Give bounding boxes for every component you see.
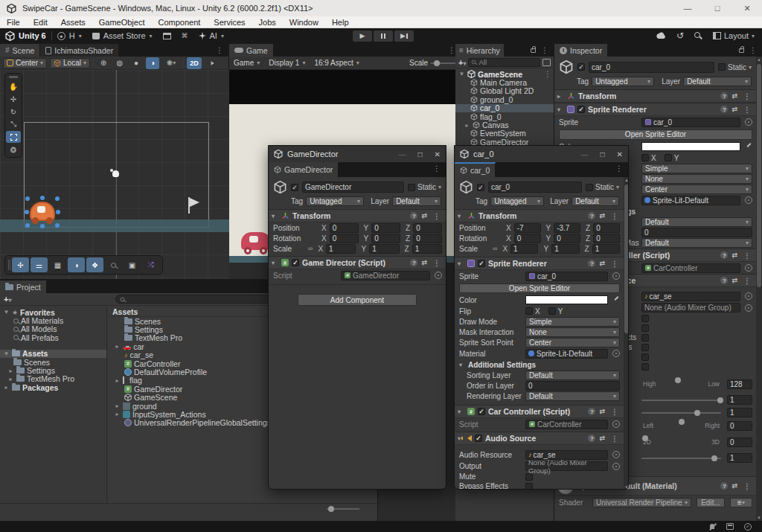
scene-audio-mute-toggle[interactable]: 🕨 (205, 57, 218, 69)
draw-mode-dropdown[interactable]: Simple▾ (641, 164, 752, 173)
object-picker-icon[interactable] (745, 292, 752, 300)
tree-settings[interactable]: ▸Settings (0, 366, 106, 374)
mask-interaction-dropdown[interactable]: None▾ (525, 327, 620, 337)
bypass-reverb-zones-checkbox[interactable] (641, 344, 649, 351)
sorting-layer-dropdown[interactable]: Default▾ (525, 371, 620, 380)
car-sprite-selected[interactable] (27, 198, 58, 226)
component-kebab[interactable]: ⋮ (741, 277, 753, 285)
preset-icon[interactable]: ⇄ (421, 212, 427, 219)
display-dropdown[interactable]: Display 1▾ (264, 59, 310, 67)
hierarchy-item-main-camera[interactable]: Main Camera (455, 78, 554, 86)
audio-source-header[interactable]: ▾✓Audio Source ?⇄⋮ (455, 432, 624, 445)
tab-inspector[interactable]: iInspector (554, 44, 608, 57)
overlay-move-icon[interactable]: ✢ (12, 257, 29, 272)
component-kebab[interactable]: ⋮ (741, 251, 753, 260)
scene-effects-dropdown[interactable]: ❋▾ (162, 57, 180, 69)
mute-checkbox[interactable] (525, 473, 533, 481)
sprite-renderer-header[interactable]: ▾✓Sprite Renderer ?⇄⋮ (455, 257, 624, 270)
transform-tool[interactable]: ❂ (6, 144, 21, 156)
hierarchy-search-input[interactable]: All (468, 58, 540, 67)
close-button[interactable]: ✕ (732, 0, 762, 16)
rotation-x-field[interactable]: 0 (514, 234, 541, 243)
object-picker-icon[interactable] (745, 304, 752, 312)
layout-dropdown[interactable]: Layout▾ (713, 31, 755, 40)
open-sprite-editor-button[interactable]: Open Sprite Editor (459, 283, 620, 293)
maximize-button[interactable]: □ (418, 150, 423, 158)
material-field[interactable]: Sprite-Lit-Default (525, 349, 608, 359)
active-checkbox[interactable]: ✓ (577, 63, 585, 71)
gamedirector-window-titlebar[interactable]: GameDirector —□✕ (269, 146, 446, 162)
overlay-layers-icon[interactable]: ❖ (86, 257, 103, 272)
rotation-y-field[interactable]: 0 (371, 234, 400, 243)
object-picker-icon[interactable] (612, 463, 620, 470)
menu-window[interactable]: Window (283, 18, 325, 27)
scene-viewport[interactable]: ✋ ✢ ↻ ⤡ ❂ ✢ ⚌ ▦ ◑ ❖ ▣ ⤮ (0, 70, 229, 279)
tab-game[interactable]: Game (229, 44, 274, 57)
help-icon[interactable]: ? (410, 212, 417, 219)
active-checkbox[interactable]: ✓ (477, 184, 484, 191)
asset-store-dropdown[interactable]: Asset Store▾ (87, 31, 158, 40)
material-field[interactable]: Sprite-Lit-Default (641, 196, 740, 205)
handle-b[interactable] (40, 224, 45, 228)
rotation-y-field[interactable]: 0 (554, 234, 580, 243)
component-kebab[interactable]: ⋮ (431, 259, 443, 267)
bypass-listener-effects-checkbox[interactable] (641, 334, 649, 342)
hierarchy-item-car-0-selected[interactable]: car_0 (455, 104, 554, 112)
minimize-button[interactable]: — (673, 0, 702, 16)
component-kebab[interactable]: ⋮ (741, 92, 753, 100)
mute-checkbox[interactable] (641, 315, 649, 322)
tag-dropdown[interactable]: Untagged▾ (306, 196, 364, 206)
bypass-effects-checkbox[interactable] (525, 483, 533, 490)
handle-br[interactable] (55, 223, 60, 228)
static-toggle[interactable]: Static▾ (408, 183, 441, 191)
maximize-button[interactable]: □ (702, 0, 732, 16)
mask-interaction-dropdown[interactable]: None▾ (641, 174, 752, 184)
play-on-awake-checkbox[interactable] (641, 353, 649, 361)
object-name-field[interactable]: car_0 (488, 182, 582, 193)
fav-all-models[interactable]: All Models (0, 325, 106, 333)
help-icon[interactable]: ? (588, 212, 595, 219)
cloud-icon[interactable] (656, 32, 666, 39)
ai-dropdown[interactable]: AI▾ (193, 31, 229, 40)
hierarchy-item-canvas[interactable]: ▸Canvas (455, 121, 554, 129)
pitch-slider[interactable] (641, 412, 721, 414)
component-kebab[interactable]: ⋮ (741, 106, 753, 114)
tree-scenes[interactable]: Scenes (0, 358, 106, 366)
tab-project[interactable]: Project (0, 281, 47, 293)
account-dropdown[interactable]: ● H▾ (52, 31, 87, 40)
overlay-sliders-icon[interactable]: ⚌ (31, 257, 48, 272)
transform-header[interactable]: ▾Transform ?⇄⋮ (269, 209, 446, 222)
thumbnail-size-slider[interactable] (327, 508, 359, 510)
preset-icon[interactable]: ⇄ (731, 106, 737, 113)
hierarchy-item-flag-0[interactable]: flag_0 (455, 112, 554, 121)
undo-history-icon[interactable]: ↺ (676, 31, 684, 41)
sprite-field[interactable]: car_0 (641, 118, 740, 127)
object-picker-icon[interactable] (612, 272, 620, 280)
car0-window-titlebar[interactable]: car_0 —□✕ (455, 146, 628, 162)
stereo-pan-field[interactable]: 0 (727, 421, 752, 431)
order-in-layer-field[interactable]: 0 (525, 381, 620, 391)
close-button[interactable]: ✕ (617, 150, 623, 158)
component-kebab[interactable]: ⋮ (431, 212, 443, 220)
layer-dropdown[interactable]: Default▾ (572, 196, 619, 206)
rotation-z-field[interactable]: 0 (593, 234, 620, 243)
help-icon[interactable]: ? (720, 92, 728, 100)
archive-button[interactable] (158, 33, 176, 39)
overlay-drag-handle[interactable] (8, 260, 10, 270)
scale-link-icon[interactable]: ∞ (308, 245, 313, 252)
play-button[interactable]: ▶ (353, 31, 372, 42)
fav-all-materials[interactable]: All Materials (0, 316, 106, 324)
scene-lighting-visualization-toggle[interactable]: ◍ (113, 57, 127, 69)
eyedropper-icon[interactable] (745, 143, 752, 150)
rotation-x-field[interactable]: 0 (330, 234, 359, 243)
open-sprite-editor-button[interactable]: Open Sprite Editor (559, 129, 752, 140)
menu-component[interactable]: Component (151, 18, 207, 27)
menu-gameobject[interactable]: GameObject (92, 18, 152, 27)
sprite-sort-point-dropdown[interactable]: Center▾ (641, 185, 752, 194)
close-button[interactable]: ✕ (435, 150, 441, 158)
color-swatch[interactable] (525, 295, 608, 304)
layer-dropdown[interactable]: Default▾ (683, 77, 752, 86)
tree-textmeshpro[interactable]: ▸TextMesh Pro (0, 375, 106, 383)
color-swatch[interactable] (641, 142, 740, 151)
component-kebab[interactable]: ⋮ (609, 260, 621, 268)
